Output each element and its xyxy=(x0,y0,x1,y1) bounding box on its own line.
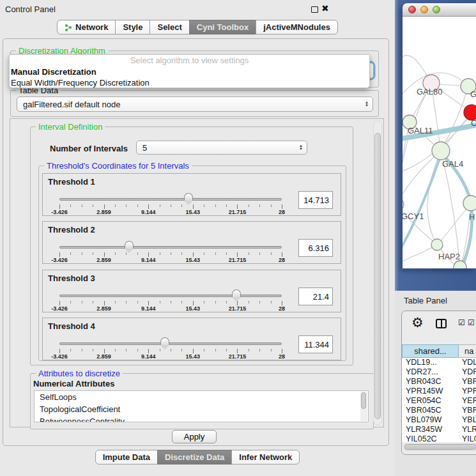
threshold-4-value-field[interactable] xyxy=(298,335,333,353)
table-row[interactable]: YIL052CYIL0 xyxy=(402,434,476,442)
table-row[interactable]: YER054CYER0 xyxy=(402,396,476,406)
tab-infer-network[interactable]: Infer Network xyxy=(231,450,300,464)
node-label: H xyxy=(469,212,475,222)
table-row[interactable]: YBL079WYBL0 xyxy=(402,415,476,425)
threshold-4-slider[interactable]: -3.4262.8599.14421.71515.4328 xyxy=(59,337,283,359)
tab-jactivemnodules-label: jActiveMNodules xyxy=(263,20,330,34)
slider-thumb[interactable] xyxy=(184,193,193,201)
network-nodes[interactable] xyxy=(403,75,476,268)
node-label: G xyxy=(470,89,476,99)
slider-thumb[interactable] xyxy=(232,289,241,297)
slider-track[interactable] xyxy=(59,246,282,249)
column-header-name[interactable]: na xyxy=(459,344,476,358)
table-row[interactable]: YBR043CYBR0 xyxy=(402,377,476,387)
network-icon xyxy=(65,24,72,31)
threshold-1-slider[interactable]: -3.4262.8599.14415.4321.71528 xyxy=(59,193,283,215)
number-of-intervals-combobox[interactable]: 5 ▲▼ xyxy=(136,141,307,155)
slider-major-ticks xyxy=(59,301,282,305)
float-window-icon[interactable] xyxy=(311,6,318,13)
attributes-scrollbar[interactable] xyxy=(360,392,367,421)
threshold-3-slider[interactable]: -3.4262.8599.14415.4321.71528 xyxy=(59,289,283,311)
control-panel-titlebar: Control Panel ✖ xyxy=(0,0,395,18)
network-canvas[interactable]: GAL80 G C GAL11 GAL4 GCY1 H HAP2 xyxy=(403,17,476,268)
tab-discretize-data-label: Discretize Data xyxy=(165,450,224,464)
table-data-value: galFiltered.sif default node xyxy=(17,100,362,109)
threshold-1-label: Threshold 1 xyxy=(48,177,95,187)
threshold-1-panel: Threshold 1 -3.4262.8599.14415.4321.7152… xyxy=(42,173,341,216)
slider-thumb[interactable] xyxy=(160,337,169,345)
settings-scrollbar[interactable] xyxy=(373,121,382,425)
threshold-4-label: Threshold 4 xyxy=(48,321,95,331)
tab-jactivemnodules[interactable]: jActiveMNodules xyxy=(256,20,338,35)
apply-button[interactable]: Apply xyxy=(172,430,217,443)
slider-track[interactable] xyxy=(59,342,282,345)
threshold-1-value-field[interactable] xyxy=(298,191,333,209)
algorithm-option-equal-width[interactable]: Equal Width/Frequency Discretization xyxy=(10,77,369,88)
select-all-checkbox-icon[interactable]: ☑ xyxy=(458,318,465,327)
node-label: C xyxy=(471,118,476,128)
tab-style[interactable]: Style xyxy=(115,20,150,35)
attribute-item[interactable]: TopologicalCoefficient xyxy=(35,403,368,415)
interval-definition-group: Interval Definition Number of Intervals … xyxy=(30,127,353,365)
slider-track[interactable] xyxy=(59,198,282,201)
node-hap2[interactable] xyxy=(431,239,443,250)
attribute-item[interactable]: SelfLoops xyxy=(35,391,368,403)
table-data-group: Table Data galFiltered.sif default node … xyxy=(10,90,379,117)
number-of-intervals-label: Number of Intervals xyxy=(50,144,128,153)
control-panel-title: Control Panel xyxy=(5,4,56,14)
zoom-traffic-light-icon[interactable] xyxy=(433,6,440,13)
threshold-2-slider[interactable]: -3.4262.8599.14415.4321.71528 xyxy=(59,241,283,263)
node-gcy1[interactable] xyxy=(403,198,404,211)
table-data-combobox[interactable]: galFiltered.sif default node ▲▼ xyxy=(17,96,373,112)
close-icon[interactable]: ✖ xyxy=(321,3,329,13)
table-horizontal-scrollbar[interactable] xyxy=(403,443,476,451)
tab-discretize-data[interactable]: Discretize Data xyxy=(157,450,232,464)
attributes-group: Attributes to discretize Numerical Attri… xyxy=(30,373,374,429)
close-traffic-light-icon[interactable] xyxy=(408,6,416,13)
attributes-list[interactable]: SelfLoops TopologicalCoefficient Between… xyxy=(34,390,369,422)
table-row[interactable]: YDR27...YDR2 xyxy=(402,367,476,377)
slider-major-ticks xyxy=(59,349,282,353)
table-row[interactable]: YBR045CYBR0 xyxy=(402,406,476,415)
attribute-item[interactable]: BetweennessCentrality xyxy=(35,415,368,422)
split-columns-icon[interactable] xyxy=(436,319,447,328)
table-row[interactable]: YLR345WYLR3 xyxy=(402,425,476,434)
attributes-group-title: Attributes to discretize xyxy=(36,369,123,378)
cyni-toolbox-panel: Discretization Algorithm ▲▼ Select algor… xyxy=(3,38,389,446)
tab-network[interactable]: Network xyxy=(57,20,116,35)
table-panel: ⚙ ☑ ☑ shared... na YDL19...YDL1 YDR27...… xyxy=(401,311,476,455)
tab-infer-network-label: Infer Network xyxy=(239,450,292,464)
column-header-shared-name[interactable]: shared... xyxy=(402,344,459,358)
select-none-checkbox-icon[interactable]: ☑ xyxy=(468,318,475,327)
table-row[interactable]: YDL19...YDL1 xyxy=(402,358,476,367)
tab-cyni-toolbox[interactable]: Cyni Toolbox xyxy=(189,20,256,35)
threshold-3-label: Threshold 3 xyxy=(48,273,95,283)
minimize-traffic-light-icon[interactable] xyxy=(420,6,428,13)
node-h[interactable] xyxy=(463,196,476,211)
threshold-3-value-field[interactable] xyxy=(298,288,333,305)
algorithm-hint: Select algorithm to view settings xyxy=(10,55,369,66)
tab-cyni-toolbox-label: Cyni Toolbox xyxy=(197,20,249,34)
tab-impute-data[interactable]: Impute Data xyxy=(95,450,158,464)
algorithm-option-manual[interactable]: Manual Discretization xyxy=(10,66,369,77)
threshold-4-panel: Threshold 4 -3.4262.8599.14421.71515.432… xyxy=(42,318,341,360)
tab-select[interactable]: Select xyxy=(150,20,189,35)
threshold-2-panel: Threshold 2 -3.4262.8599.14415.4321.7152… xyxy=(42,221,341,264)
slider-thumb[interactable] xyxy=(125,241,134,249)
slider-tick-labels: -3.4262.8599.14415.4321.71528 xyxy=(59,209,282,215)
combo-spinner-icon: ▲▼ xyxy=(296,144,307,151)
node-label: HAP2 xyxy=(438,252,460,261)
threshold-2-value-field[interactable] xyxy=(298,239,333,257)
slider-track[interactable] xyxy=(59,295,282,297)
tab-network-label: Network xyxy=(75,20,108,34)
network-window-titlebar[interactable] xyxy=(403,3,476,17)
table-row[interactable]: YPR145WYPR1 xyxy=(402,387,476,396)
node-gal4[interactable] xyxy=(432,142,450,160)
tab-style-label: Style xyxy=(123,20,142,34)
top-tab-bar: Network Style Select Cyni Toolbox jActiv… xyxy=(0,20,395,35)
tab-select-label: Select xyxy=(157,20,181,34)
thresholds-group: Threshold's Coordinates for 5 Intervals … xyxy=(38,165,346,361)
settings-scrollbar-thumb[interactable] xyxy=(374,133,381,419)
gear-icon[interactable]: ⚙ xyxy=(411,315,424,330)
table-panel-title: Table Panel xyxy=(404,296,447,305)
